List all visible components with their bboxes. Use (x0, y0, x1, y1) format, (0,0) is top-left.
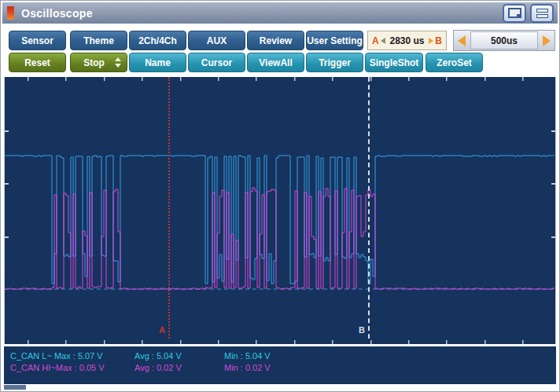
cursor-b-marker-icon (429, 38, 433, 44)
theme-button[interactable]: Theme (70, 31, 127, 50)
restore-window-icon (508, 8, 521, 18)
timebase-decrease-button[interactable] (454, 31, 470, 50)
measurement-panel: C_CAN L~ Max : 5.07 V Avg : 5.04 V Min :… (4, 346, 556, 384)
can-l-avg-value: Avg : 5.04 V (134, 350, 224, 362)
timebase-control: 500us (453, 30, 555, 51)
window-title: Oscilloscope (21, 7, 93, 20)
restore-window-button[interactable] (503, 4, 526, 23)
waveform-canvas (5, 77, 555, 344)
scope-display[interactable]: A B (4, 77, 556, 344)
left-arrow-icon (458, 35, 466, 46)
reset-button[interactable]: Reset (9, 53, 66, 72)
singleshot-button[interactable]: SingleShot (365, 53, 423, 72)
zeroset-button[interactable]: ZeroSet (426, 53, 483, 72)
stop-mode-spinner-icon (115, 57, 121, 68)
oscilloscope-app-icon (7, 6, 14, 20)
sensor-button[interactable]: Sensor (9, 31, 66, 50)
cursor-b-line[interactable] (368, 77, 370, 339)
maximize-window-icon (536, 9, 548, 18)
can-hi-min-value: Min : 0.02 V (224, 362, 556, 374)
review-button[interactable]: Review (247, 31, 304, 50)
timebase-increase-button[interactable] (539, 31, 554, 50)
stop-run-button[interactable]: Stop (70, 53, 127, 72)
cursor-a-label: A (372, 35, 379, 46)
oscilloscope-window: Oscilloscope Sensor Theme 2Ch/4Ch AUX Re… (0, 0, 560, 392)
channel-mode-button[interactable]: 2Ch/4Ch (129, 31, 186, 50)
measurement-row-can-l: C_CAN L~ Max : 5.07 V Avg : 5.04 V Min :… (10, 350, 556, 362)
cursor-b-label: B (435, 35, 442, 46)
cursor-a-tag: A (159, 325, 165, 335)
maximize-window-button[interactable] (530, 4, 554, 23)
aux-button[interactable]: AUX (188, 31, 245, 50)
cursor-button[interactable]: Cursor (188, 53, 245, 72)
stop-run-label: Stop (83, 57, 114, 68)
titlebar: Oscilloscope (2, 2, 558, 24)
trigger-button[interactable]: Trigger (306, 53, 363, 72)
can-hi-max-value: C_CAN HI~Max : 0.05 V (10, 362, 134, 374)
cursor-b-tag: B (359, 325, 365, 335)
right-arrow-icon (543, 35, 551, 46)
can-hi-avg-value: Avg : 0.02 V (134, 362, 224, 374)
cursor-delta-readout: A 2830 us B (367, 31, 447, 50)
measurement-row-can-hi: C_CAN HI~Max : 0.05 V Avg : 0.02 V Min :… (10, 362, 556, 374)
resize-grip[interactable] (4, 385, 26, 390)
timebase-value: 500us (470, 31, 538, 49)
viewall-button[interactable]: ViewAll (247, 53, 304, 72)
name-button[interactable]: Name (129, 53, 186, 72)
can-l-max-value: C_CAN L~ Max : 5.07 V (10, 350, 134, 362)
can-l-min-value: Min : 5.04 V (224, 350, 556, 362)
cursor-a-line[interactable] (168, 77, 170, 339)
user-setting-button[interactable]: User Setting (306, 31, 363, 50)
window-controls (503, 4, 554, 23)
cursor-delta-value: 2830 us (385, 35, 429, 46)
